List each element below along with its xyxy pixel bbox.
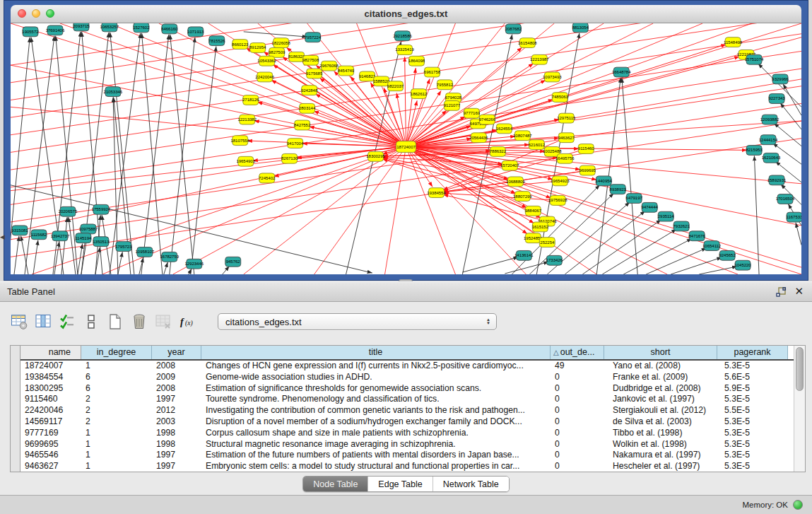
table-cell[interactable]: Estimation of the future numbers of pati… <box>201 450 551 461</box>
graph-node[interactable]: 15720407 <box>500 160 519 170</box>
table-cell[interactable]: 18724007 <box>20 361 81 372</box>
close-panel-icon[interactable]: ✕ <box>794 285 804 298</box>
memory-status-indicator[interactable] <box>793 500 803 510</box>
table-cell[interactable]: Investigating the contribution of common… <box>201 405 551 416</box>
table-cell[interactable]: 18300295 <box>20 383 81 395</box>
graph-node[interactable]: 9777169 <box>464 108 481 118</box>
column-settings-icon[interactable] <box>10 313 28 331</box>
table-cell[interactable]: 1998 <box>152 428 201 439</box>
graph-node[interactable]: 9699695 <box>579 165 596 175</box>
row-height-icon[interactable] <box>82 313 100 331</box>
column-header-name[interactable]: name <box>20 346 81 359</box>
graph-node[interactable]: 1905572 <box>22 27 38 37</box>
table-cell[interactable]: 49 <box>551 361 604 372</box>
table-cell[interactable]: 2 <box>81 416 152 428</box>
graph-node[interactable]: 9227343 <box>768 94 785 104</box>
vertical-scrollbar[interactable] <box>794 346 805 472</box>
table-row[interactable]: 946554611997Estimation of the future num… <box>20 450 794 461</box>
graph-node[interactable]: 20206575 <box>59 206 78 216</box>
graph-node[interactable]: 9884067 <box>525 206 541 216</box>
graph-node[interactable]: 9242848 <box>301 86 318 95</box>
graph-node[interactable]: 18807299 <box>513 192 532 201</box>
graph-node[interactable]: 15751074 <box>745 54 764 64</box>
table-cell[interactable]: Disruption of a novel member of a sodium… <box>201 416 551 428</box>
column-header-year[interactable]: year <box>152 346 201 359</box>
column-header-in_degree[interactable]: in_degree <box>81 346 152 359</box>
graph-node[interactable]: 16210643 <box>762 153 781 163</box>
table-cell[interactable]: Estimation of significance thresholds fo… <box>201 383 551 395</box>
table-cell[interactable]: Stergiakouli et al. (2012) <box>604 405 717 416</box>
table-cell[interactable]: 1 <box>81 361 152 372</box>
table-row[interactable]: 1872400712008Changes of HCN gene express… <box>20 361 794 372</box>
table-cell[interactable]: 2009 <box>152 372 201 383</box>
graph-node[interactable]: 29676068 <box>319 61 339 71</box>
table-cell[interactable]: 1 <box>81 428 152 439</box>
table-cell[interactable]: 9465546 <box>20 450 81 461</box>
graph-node[interactable]: 22420046 <box>255 72 274 82</box>
table-cell[interactable]: 19384554 <box>20 372 81 383</box>
tab-edge-table[interactable]: Edge Table <box>367 477 432 491</box>
graph-node[interactable]: 11548498 <box>724 37 743 47</box>
table-cell[interactable]: Hescheler et al. (1997) <box>604 461 717 472</box>
graph-node[interactable]: 10543362 <box>257 56 276 66</box>
graph-node[interactable]: 1115682 <box>31 230 47 240</box>
graph-node[interactable]: 1733426 <box>546 255 563 265</box>
graph-node[interactable]: 20564436 <box>469 133 488 143</box>
graph-node[interactable]: 1071913 <box>187 27 204 37</box>
table-cell[interactable]: 1997 <box>152 450 201 461</box>
graph-node[interactable]: 2935114 <box>658 211 675 221</box>
graph-node[interactable]: 2718126 <box>242 95 259 105</box>
graph-node[interactable]: 17559924 <box>92 204 111 214</box>
table-row[interactable]: 969969511998Structural magnetic resonanc… <box>20 439 794 450</box>
table-row[interactable]: 1938455462009Genome-wide association stu… <box>20 372 794 383</box>
table-cell[interactable]: 1997 <box>152 394 201 405</box>
graph-node[interactable]: 16648784 <box>612 67 631 77</box>
graph-node[interactable]: 10688809 <box>506 177 525 187</box>
graph-node[interactable]: 1167533 <box>787 212 801 222</box>
graph-node[interactable]: 1862612 <box>411 89 427 99</box>
graph-node[interactable]: 9822037 <box>387 81 404 91</box>
table-cell[interactable]: 5.9E-5 <box>717 383 788 395</box>
graph-node[interactable]: 9827508 <box>302 55 319 65</box>
graph-node[interactable]: 8938923 <box>610 185 627 194</box>
graph-node[interactable]: 10973493 <box>543 72 562 82</box>
show-hide-columns-icon[interactable] <box>34 313 52 331</box>
graph-node[interactable]: 10958107 <box>136 247 155 257</box>
graph-node[interactable]: 7932621 <box>673 221 690 231</box>
graph-node[interactable]: 1145194 <box>75 233 92 243</box>
table-row[interactable]: 946362711997Embryonic stem cells: a mode… <box>20 461 794 472</box>
graph-node[interactable]: 945762 <box>225 257 241 267</box>
graph-node[interactable]: 9746266 <box>479 115 496 124</box>
table-cell[interactable]: Wolkin et al. (1998) <box>604 439 717 450</box>
table-cell[interactable]: 2008 <box>152 361 201 372</box>
graph-node[interactable]: 9175685 <box>306 69 323 78</box>
graph-node[interactable]: 7955812 <box>437 80 453 90</box>
window-titlebar[interactable]: citations_edges.txt <box>11 5 801 23</box>
graph-node[interactable]: 29218586 <box>393 31 412 41</box>
graph-node[interactable]: 14136141 <box>514 250 534 260</box>
delete-table-icon[interactable] <box>130 313 148 331</box>
table-cell[interactable]: 5.3E-5 <box>717 450 788 461</box>
graph-node[interactable]: 7886322 <box>490 147 506 157</box>
graph-node[interactable]: 7957224 <box>305 33 322 42</box>
graph-node[interactable]: 19654903 <box>236 156 255 166</box>
table-cell[interactable]: Yano et al. (2008) <box>604 361 717 372</box>
table-cell[interactable]: 0 <box>551 428 604 439</box>
graph-node[interactable]: 10807487 <box>513 131 532 141</box>
graph-node[interactable]: 1527602 <box>133 23 149 33</box>
west-panel-collapse-handle[interactable]: ◀ <box>0 234 5 240</box>
function-builder-icon[interactable]: f(x) <box>178 313 196 331</box>
network-window[interactable]: citations_edges.txt 86601238912954182260… <box>4 0 808 281</box>
graph-node[interactable]: 8215953 <box>746 146 763 156</box>
graph-node[interactable]: 8813054 <box>572 23 589 33</box>
graph-node[interactable]: 6466160 <box>161 24 178 34</box>
table-row[interactable]: 977716911998Corpus callosum shape and si… <box>20 428 794 439</box>
table-cell[interactable]: 5.3E-5 <box>717 461 788 472</box>
table-cell[interactable]: Structural magnetic resonance image aver… <box>201 439 551 450</box>
graph-node[interactable]: 8454749 <box>338 66 355 76</box>
graph-node[interactable]: 12093882 <box>760 115 779 124</box>
table-cell[interactable]: Changes of HCN gene expression and I(f) … <box>201 361 551 372</box>
table-cell[interactable]: Jankovic et al. (1997) <box>604 394 717 405</box>
float-panel-icon[interactable] <box>776 287 787 298</box>
table-row[interactable]: 1456911722003Disruption of a novel membe… <box>20 416 794 428</box>
